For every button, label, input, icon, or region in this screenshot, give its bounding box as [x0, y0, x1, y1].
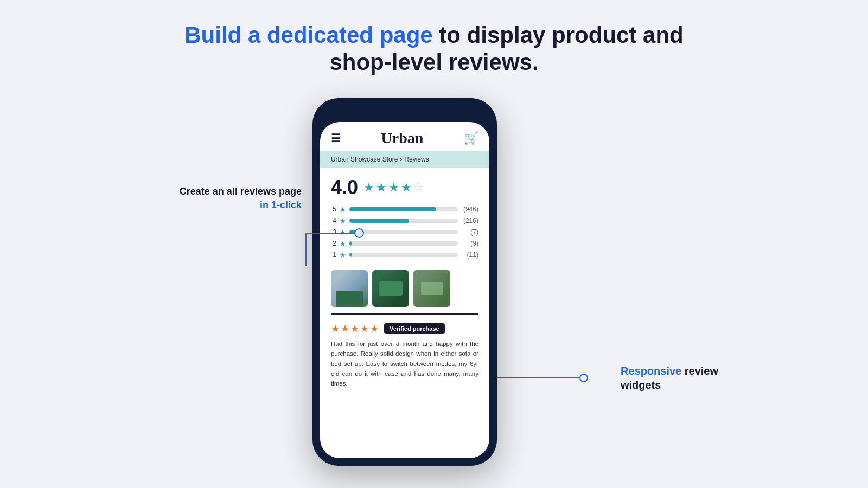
review-card: ★ ★ ★ ★ ★ Verified purchase Had this for… — [320, 323, 489, 389]
review-stars-row: ★ ★ ★ ★ ★ Verified purchase — [331, 323, 478, 335]
menu-icon: ☰ — [331, 132, 341, 145]
right-annotation: Responsive review widgets — [497, 364, 718, 392]
star-2: ★ — [376, 181, 387, 195]
phone-body: ☰ Urban 🛒 Urban Showcase Store › Reviews… — [312, 98, 497, 466]
content-area: Create an all reviews page in 1-click ☰ … — [0, 98, 868, 466]
phone-notch — [372, 106, 437, 120]
rating-section: 4.0 ★ ★ ★ ★ ☆ 5 ★ — [320, 168, 489, 270]
store-name: Urban — [381, 130, 424, 147]
star-1: ★ — [363, 181, 374, 195]
bar-row-2: 2 ★ (9) — [331, 240, 478, 248]
review-text: Had this for just over a month and happy… — [331, 339, 478, 389]
star-5: ☆ — [413, 181, 424, 195]
big-rating: 4.0 ★ ★ ★ ★ ☆ — [331, 176, 478, 199]
review-photo-1 — [331, 270, 368, 307]
review-photo-3 — [413, 270, 450, 307]
bar-row-3: 3 ★ (7) — [331, 228, 478, 236]
right-connector-dot — [579, 374, 588, 382]
phone-screen: ☰ Urban 🛒 Urban Showcase Store › Reviews… — [320, 122, 489, 458]
overall-stars: ★ ★ ★ ★ ☆ — [363, 181, 424, 195]
breadcrumb-store: Urban Showcase Store — [331, 156, 398, 163]
review-stars: ★ ★ ★ ★ ★ — [331, 323, 379, 335]
bar-row-5: 5 ★ (946) — [331, 206, 478, 214]
star-3: ★ — [388, 181, 399, 195]
breadcrumb-page: Reviews — [404, 156, 429, 163]
breadcrumb-bar: Urban Showcase Store › Reviews — [320, 151, 489, 168]
right-connector-line — [497, 377, 584, 378]
breadcrumb-chevron: › — [400, 156, 402, 163]
phone-mockup: ☰ Urban 🛒 Urban Showcase Store › Reviews… — [312, 98, 497, 466]
left-annotation: Create an all reviews page in 1-click — [150, 185, 302, 212]
review-photo-2 — [372, 270, 409, 307]
page-title: Build a dedicated page to display produc… — [184, 22, 683, 76]
photo-strip — [320, 270, 489, 313]
bar-row-1: 1 ★ (11) — [331, 251, 478, 259]
bar-row-4: 4 ★ (216) — [331, 217, 478, 225]
verified-badge: Verified purchase — [384, 323, 445, 334]
star-4: ★ — [401, 181, 412, 195]
rating-bars: 5 ★ (946) 4 ★ (216) 3 — [331, 206, 478, 259]
cart-icon: 🛒 — [464, 131, 478, 145]
overall-score: 4.0 — [331, 176, 358, 199]
phone-header: ☰ Urban 🛒 — [320, 122, 489, 151]
section-divider — [331, 313, 478, 315]
